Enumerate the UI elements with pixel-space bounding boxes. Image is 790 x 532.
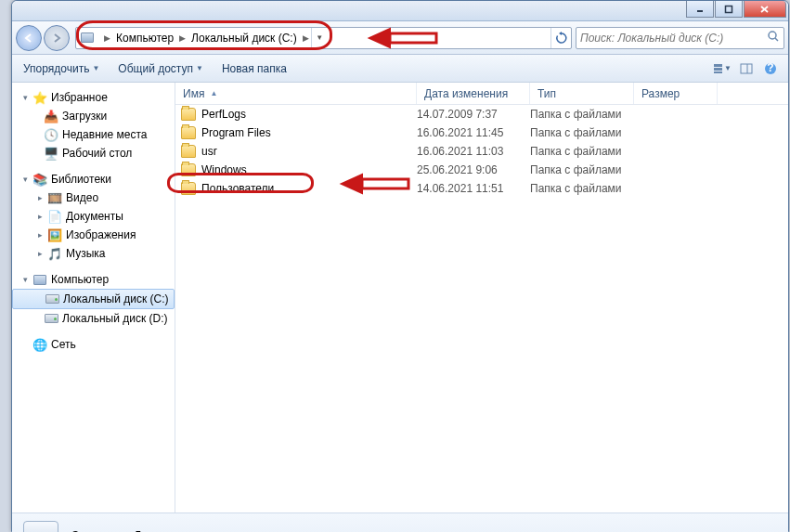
newfolder-label: Новая папка [222,62,287,75]
file-row[interactable]: usr16.06.2021 11:03Папка с файлами [175,142,788,161]
file-date: 16.06.2021 11:03 [417,145,530,158]
address-bar[interactable]: ▶ Компьютер ▶ Локальный диск (C:) ▶ ▼ [75,27,572,49]
chevron-down-icon: ▼ [724,64,732,72]
tree-recent[interactable]: 🕓Недавние места [12,125,175,144]
chevron-down-icon: ▼ [196,64,203,72]
item-count: Элементов: 5 [71,529,141,533]
file-date: 25.06.2021 9:06 [417,163,530,176]
chevron-right-icon[interactable]: ▶ [301,33,311,43]
library-icon: 📚 [32,172,47,187]
folder-icon [181,108,196,121]
svg-rect-9 [741,64,752,73]
forward-button[interactable] [44,25,70,51]
address-dropdown[interactable]: ▼ [311,28,328,48]
file-date: 14.06.2021 11:51 [417,182,530,195]
tree-drive-d[interactable]: Локальный диск (D:) [12,309,175,328]
status-bar: Элементов: 5 [12,513,788,532]
search-icon [767,30,780,45]
tree-computer[interactable]: ▾Компьютер [12,270,175,289]
toolbar: Упорядочить ▼ Общий доступ ▼ Новая папка… [12,55,788,83]
minimize-button[interactable] [686,1,714,18]
tree-drive-c[interactable]: Локальный диск (C:) [12,289,175,309]
expand-icon: ▸ [38,212,47,221]
tree-pictures[interactable]: ▸🖼️Изображения [12,226,175,244]
file-name: Пользователи [201,182,274,195]
expand-icon: ▸ [38,193,47,202]
file-name: Windows [201,163,247,176]
folder-icon [181,182,196,195]
column-headers: Имя▲ Дата изменения Тип Размер [175,83,788,105]
share-menu[interactable]: Общий доступ ▼ [114,60,207,77]
close-button[interactable] [744,1,786,18]
sort-asc-icon: ▲ [210,89,217,97]
documents-label: Документы [66,210,123,223]
tree-desktop[interactable]: 🖥️Рабочий стол [12,144,175,162]
documents-icon: 📄 [47,209,62,224]
svg-rect-8 [714,71,722,73]
help-button[interactable]: ? [760,58,781,79]
svg-text:?: ? [767,62,773,74]
drive-icon [45,314,58,323]
tree-favorites[interactable]: ▾⭐Избранное [12,88,175,107]
tree-downloads[interactable]: 📥Загрузки [12,107,175,125]
explorer-window: ▶ Компьютер ▶ Локальный диск (C:) ▶ ▼ Уп… [11,0,789,532]
downloads-label: Загрузки [62,110,107,123]
breadcrumb-computer[interactable]: Компьютер [112,28,177,48]
downloads-icon: 📥 [44,109,58,123]
desktop-icon: 🖥️ [44,146,58,161]
video-label: Видео [66,191,98,204]
col-name[interactable]: Имя▲ [175,83,417,104]
file-row[interactable]: PerfLogs14.07.2009 7:37Папка с файлами [175,105,788,123]
music-icon: 🎵 [47,246,62,261]
chevron-right-icon[interactable]: ▶ [177,33,188,43]
file-type: Папка с файлами [530,163,634,176]
tree-network[interactable]: 🌐Сеть [12,335,175,354]
desktop-label: Рабочий стол [62,147,132,160]
organize-menu[interactable]: Упорядочить ▼ [19,60,103,77]
breadcrumb-root-icon[interactable] [76,28,102,48]
tree-music[interactable]: ▸🎵Музыка [12,244,175,263]
col-date[interactable]: Дата изменения [417,83,530,104]
file-type: Папка с файлами [530,108,634,121]
expand-icon: ▸ [38,249,47,258]
breadcrumb-drive-c[interactable]: Локальный диск (C:) [188,28,301,48]
file-list[interactable]: PerfLogs14.07.2009 7:37Папка с файламиPr… [175,105,788,513]
drive-icon [45,294,59,304]
star-icon: ⭐ [32,90,47,105]
back-button[interactable] [16,25,42,51]
tree-documents[interactable]: ▸📄Документы [12,207,175,226]
file-row[interactable]: Program Files16.06.2021 11:45Папка с фай… [175,123,788,142]
file-name: Program Files [201,126,271,139]
collapse-icon: ▾ [23,93,32,102]
maximize-button[interactable] [715,1,743,18]
svg-rect-7 [714,68,722,71]
video-icon: 🎞️ [47,190,62,205]
col-size[interactable]: Размер [634,83,718,104]
file-row[interactable]: Windows25.06.2021 9:06Папка с файлами [175,161,788,179]
view-options-button[interactable]: ▼ [712,58,732,79]
drive-large-icon [23,521,58,533]
titlebar [12,1,788,21]
file-row[interactable]: Пользователи14.06.2021 11:51Папка с файл… [175,179,788,198]
search-box[interactable] [576,27,784,49]
chevron-right-icon[interactable]: ▶ [102,33,112,43]
file-type: Папка с файлами [530,145,634,158]
network-icon: 🌐 [32,337,47,352]
file-name: PerfLogs [201,108,246,121]
file-type: Папка с файлами [530,126,634,139]
tree-video[interactable]: ▸🎞️Видео [12,188,175,207]
music-label: Музыка [66,247,105,260]
recent-label: Недавние места [62,128,147,141]
network-label: Сеть [51,338,76,351]
svg-point-4 [769,32,776,39]
refresh-button[interactable] [550,28,571,48]
search-input[interactable] [580,32,767,45]
computer-label: Компьютер [51,273,109,286]
col-type[interactable]: Тип [530,83,634,104]
chevron-down-icon: ▼ [92,64,99,72]
tree-libraries[interactable]: ▾📚Библиотеки [12,170,175,188]
pictures-label: Изображения [66,228,136,241]
share-label: Общий доступ [118,62,193,75]
new-folder-button[interactable]: Новая папка [218,60,291,77]
preview-pane-button[interactable] [736,58,757,79]
